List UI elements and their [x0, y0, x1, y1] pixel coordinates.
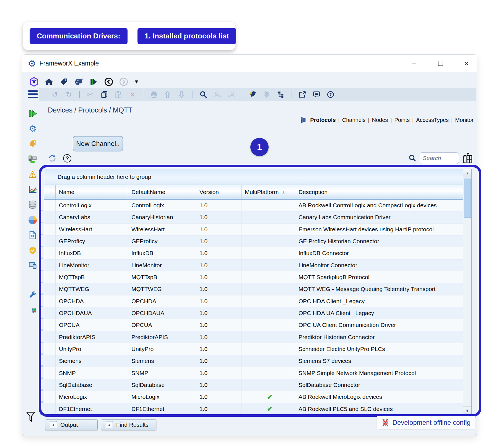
cell-multiplatform[interactable] — [241, 211, 295, 223]
cell-name[interactable]: OPCUA — [55, 319, 128, 331]
cell-version[interactable]: 1.0 — [196, 367, 241, 379]
cell-name[interactable]: MQTTWEG — [55, 283, 128, 295]
undo-icon[interactable]: ↺ — [51, 91, 58, 98]
displays-icon[interactable] — [28, 261, 37, 270]
maximize-button[interactable] — [435, 59, 446, 69]
find-icon[interactable] — [200, 91, 207, 98]
cell-name[interactable]: MicroLogix — [55, 391, 128, 403]
cell-name[interactable]: MQTTspB — [55, 271, 128, 283]
search-input[interactable] — [420, 152, 459, 164]
row-gutter-cell[interactable] — [44, 247, 55, 259]
tab-find-results[interactable]: ▲ Find Results — [101, 419, 156, 430]
row-gutter-cell[interactable] — [44, 224, 55, 235]
open-external-icon[interactable] — [299, 91, 306, 98]
new-channel-button[interactable]: New Channel.. — [73, 136, 123, 151]
find-previous-icon[interactable] — [228, 91, 235, 98]
cell-description[interactable]: MQTT WEG - Message Queuing Telemetry Tra… — [295, 283, 463, 295]
cell-name[interactable]: Siemens — [55, 355, 128, 367]
run-document-icon[interactable] — [89, 77, 98, 87]
security-shield-icon[interactable] — [28, 246, 37, 255]
table-row[interactable]: MQTTWEG MQTTWEG 1.0 MQTT WEG - Message Q… — [44, 283, 463, 295]
tools-wrench-icon[interactable] — [28, 290, 37, 300]
row-gutter-cell[interactable] — [44, 343, 55, 355]
cell-defaultname[interactable]: LineMonitor — [128, 260, 196, 271]
home-icon[interactable] — [44, 77, 54, 87]
cell-defaultname[interactable]: CanaryHistorian — [128, 211, 196, 223]
app-logo-icon[interactable] — [29, 77, 39, 87]
comment-icon[interactable] — [313, 91, 320, 98]
cell-name[interactable]: PrediktorAPIS — [55, 331, 128, 343]
cell-description[interactable]: GE Proficy Historian Connector — [295, 235, 463, 247]
cell-defaultname[interactable]: OPCHDA — [128, 295, 196, 307]
settings-gear-icon[interactable]: ⚙ — [28, 124, 37, 133]
cell-version[interactable]: 1.0 — [196, 343, 241, 355]
cell-name[interactable]: SqlDatabase — [55, 379, 128, 391]
column-header-version[interactable]: Version — [196, 185, 241, 199]
row-gutter-cell[interactable] — [44, 355, 55, 367]
cell-multiplatform[interactable] — [241, 224, 295, 235]
cell-description[interactable]: AB Rockwell PLC5 and SLC devices — [295, 403, 463, 415]
table-row[interactable]: GEProficy GEProficy 1.0 GE Proficy Histo… — [44, 235, 463, 247]
table-row[interactable]: PrediktorAPIS PrediktorAPIS 1.0 Predikto… — [44, 331, 463, 343]
help-icon[interactable]: ? — [327, 91, 334, 98]
cell-multiplatform[interactable] — [241, 379, 295, 391]
table-row[interactable]: MicroLogix MicroLogix 1.0 ✔ AB Rockwell … — [44, 391, 463, 403]
row-gutter-cell[interactable] — [44, 295, 55, 307]
cell-version[interactable]: 1.0 — [196, 271, 241, 283]
table-row[interactable]: SNMP SNMP 1.0 SNMP Simple Network Manage… — [44, 367, 463, 379]
cell-version[interactable]: 1.0 — [196, 224, 241, 235]
table-row[interactable]: OPCHDAUA OPCHDAUA 1.0 OPC HDA UA Client … — [44, 307, 463, 319]
column-header-name[interactable]: Name — [55, 185, 128, 199]
cell-description[interactable]: AB Rockwell ControlLogix and CompactLogi… — [295, 200, 463, 211]
cell-version[interactable]: 1.0 — [196, 319, 241, 331]
dashboards-pie-icon[interactable] — [28, 215, 37, 225]
column-header-description[interactable]: Description — [295, 185, 463, 199]
delete-icon[interactable]: × — [129, 91, 136, 98]
group-by-band[interactable]: Drag a column header here to group — [44, 169, 471, 185]
cell-name[interactable]: CanaryLabs — [55, 211, 128, 223]
trends-chart-icon[interactable] — [28, 185, 37, 194]
cell-name[interactable]: DF1Ethernet — [55, 403, 128, 415]
row-gutter-cell[interactable] — [44, 367, 55, 379]
cell-version[interactable]: 1.0 — [196, 235, 241, 247]
cell-multiplatform[interactable] — [241, 331, 295, 343]
table-row[interactable]: SqlDatabase SqlDatabase 1.0 SqlDatabase … — [44, 379, 463, 391]
row-gutter-cell[interactable] — [44, 260, 55, 271]
row-gutter-cell[interactable] — [44, 235, 55, 247]
nav-item-protocols[interactable]: Protocols — [310, 117, 336, 123]
cell-multiplatform[interactable] — [241, 307, 295, 319]
row-gutter-cell[interactable] — [44, 271, 55, 283]
row-gutter-cell[interactable] — [44, 211, 55, 223]
paste-icon[interactable] — [115, 91, 122, 98]
cell-multiplatform[interactable] — [241, 319, 295, 331]
tag-icon[interactable] — [59, 77, 69, 87]
row-gutter-cell[interactable] — [44, 391, 55, 403]
cell-version[interactable]: 1.0 — [196, 260, 241, 271]
cell-multiplatform[interactable] — [241, 200, 295, 211]
cell-multiplatform[interactable] — [241, 260, 295, 271]
cell-name[interactable]: InfluxDB — [55, 247, 128, 259]
nav-item-points[interactable]: Points — [394, 117, 410, 123]
table-row[interactable]: OPCHDA OPCHDA 1.0 OPC HDA Client _Legacy — [44, 295, 463, 307]
print-icon[interactable] — [150, 91, 157, 98]
cell-defaultname[interactable]: PrediktorAPIS — [128, 331, 196, 343]
redo-icon[interactable]: ↻ — [65, 91, 72, 98]
export-tags-icon[interactable] — [178, 91, 186, 98]
cell-description[interactable]: Siemens S7 devices — [295, 355, 463, 367]
expand-output-icon[interactable]: ▲ — [50, 421, 57, 428]
copy-icon[interactable] — [101, 91, 108, 98]
cell-description[interactable]: InfluxDB Connector — [295, 247, 463, 259]
grid-help-icon[interactable]: ? — [63, 154, 71, 163]
cell-name[interactable]: UnityPro — [55, 343, 128, 355]
cell-defaultname[interactable]: MicroLogix — [128, 391, 196, 403]
add-tag-icon[interactable] — [249, 91, 256, 98]
row-gutter-cell[interactable] — [44, 319, 55, 331]
tree-view-icon[interactable] — [277, 91, 285, 98]
cell-multiplatform[interactable] — [241, 235, 295, 247]
table-row[interactable]: LineMonitor LineMonitor 1.0 LineMonitor … — [44, 260, 463, 271]
table-row[interactable]: InfluxDB InfluxDB 1.0 InfluxDB Connector — [44, 247, 463, 259]
table-row[interactable]: OPCUA OPCUA 1.0 OPC UA Client Communicat… — [44, 319, 463, 331]
cell-version[interactable]: 1.0 — [196, 331, 241, 343]
cell-name[interactable]: GEProficy — [55, 235, 128, 247]
cell-defaultname[interactable]: WirelessHart — [128, 224, 196, 235]
